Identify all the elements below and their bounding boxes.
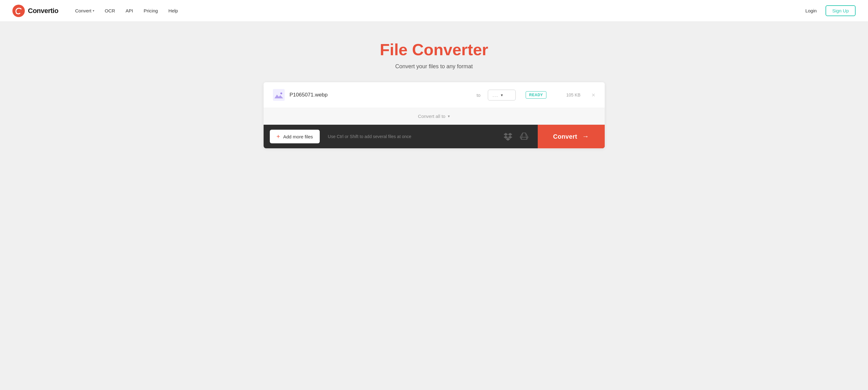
add-files-label: Add more files xyxy=(283,134,313,139)
convert-arrow-icon: → xyxy=(582,132,589,141)
login-link[interactable]: Login xyxy=(802,6,820,16)
nav-convert-label: Convert xyxy=(75,8,91,13)
add-files-button[interactable]: + Add more files xyxy=(270,130,320,143)
convert-label: Convert xyxy=(553,133,578,140)
nav-pricing-label: Pricing xyxy=(144,8,158,13)
convert-all-chevron-icon: ▾ xyxy=(448,114,450,119)
nav-api-label: API xyxy=(126,8,133,13)
format-dropdown[interactable]: ... ▾ xyxy=(488,90,516,100)
nav-pricing[interactable]: Pricing xyxy=(139,6,162,16)
nav-ocr[interactable]: OCR xyxy=(100,6,119,16)
hero-subtitle: Convert your files to any format xyxy=(395,63,473,70)
format-chevron-icon: ▾ xyxy=(501,93,503,97)
svg-rect-1 xyxy=(273,89,285,101)
nav-ocr-label: OCR xyxy=(105,8,115,13)
cloud-icons xyxy=(494,132,538,141)
hint-text: Use Ctrl or Shift to add several files a… xyxy=(325,134,494,139)
logo[interactable]: Convertio xyxy=(12,5,58,17)
hero-title: File Converter xyxy=(380,40,489,59)
plus-icon: + xyxy=(277,133,280,140)
file-row: P1065071.webp to ... ▾ READY 105 KB × xyxy=(264,82,605,108)
signup-button[interactable]: Sign Up xyxy=(826,5,856,16)
dropbox-icon[interactable] xyxy=(504,132,512,141)
navbar: Convertio Convert ▾ OCR API Pricing Help… xyxy=(0,0,868,22)
format-placeholder: ... xyxy=(492,92,498,98)
file-name: P1065071.webp xyxy=(290,92,472,98)
main-content: File Converter Convert your files to any… xyxy=(0,22,868,161)
logo-icon xyxy=(12,5,25,17)
nav-right: Login Sign Up xyxy=(802,5,856,16)
google-drive-icon[interactable] xyxy=(520,132,528,141)
nav-convert[interactable]: Convert ▾ xyxy=(71,6,99,16)
convert-button[interactable]: Convert → xyxy=(538,125,605,148)
file-size: 105 KB xyxy=(559,92,581,97)
svg-point-0 xyxy=(12,5,25,17)
status-badge: READY xyxy=(526,91,547,99)
nav-links: Convert ▾ OCR API Pricing Help xyxy=(71,6,802,16)
logo-text: Convertio xyxy=(28,7,58,15)
file-to-label: to xyxy=(477,92,481,98)
converter-container: P1065071.webp to ... ▾ READY 105 KB × Co… xyxy=(264,82,605,148)
file-type-icon xyxy=(273,89,285,101)
nav-help-label: Help xyxy=(168,8,178,13)
nav-help[interactable]: Help xyxy=(164,6,182,16)
nav-convert-chevron: ▾ xyxy=(93,9,94,12)
action-bar: + Add more files Use Ctrl or Shift to ad… xyxy=(264,125,605,148)
svg-point-3 xyxy=(280,92,282,94)
file-remove-button[interactable]: × xyxy=(592,92,595,98)
convert-all-row[interactable]: Convert all to ▾ xyxy=(264,108,605,125)
nav-api[interactable]: API xyxy=(121,6,137,16)
convert-all-label: Convert all to xyxy=(418,114,445,119)
